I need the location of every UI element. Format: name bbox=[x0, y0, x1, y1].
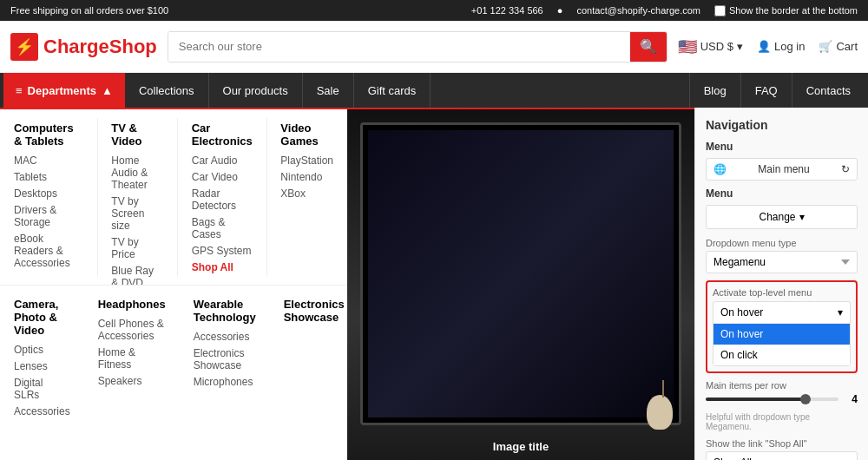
dropdown-type-select[interactable]: Megamenu bbox=[706, 251, 858, 273]
computers-section: Computers & Tablets MAC Tablets Desktops… bbox=[0, 109, 97, 285]
radar-link[interactable]: Radar Detectors bbox=[192, 187, 253, 212]
lenses-link[interactable]: Lenses bbox=[14, 360, 70, 372]
shop-all-input[interactable] bbox=[706, 451, 858, 460]
electronics-showcase-link[interactable]: Electronics Showcase bbox=[194, 347, 256, 371]
tv-screen-link[interactable]: TV by Screen size bbox=[111, 195, 163, 232]
nav-collections[interactable]: Collections bbox=[125, 73, 209, 108]
email-text: contact@shopify-charge.com bbox=[576, 5, 700, 16]
nav-right-links: Blog FAQ Contacts bbox=[689, 73, 865, 108]
chevron-down-icon: ▾ bbox=[799, 211, 805, 223]
main-menu-label: Main menu bbox=[758, 163, 809, 175]
main-layout: Computers & Tablets MAC Tablets Desktops… bbox=[0, 108, 868, 460]
accessories-link[interactable]: Accessories bbox=[14, 405, 70, 417]
currency-selector[interactable]: 🇺🇸 USD $ ▾ bbox=[678, 37, 743, 56]
car-title: Car Electronics bbox=[192, 122, 253, 148]
nav-sale[interactable]: Sale bbox=[303, 73, 354, 108]
desktops-link[interactable]: Desktops bbox=[14, 187, 83, 200]
microphones-link[interactable]: Microphones bbox=[194, 376, 256, 388]
wearable-title: Wearable Technology bbox=[194, 298, 256, 324]
flag-icon: 🇺🇸 bbox=[678, 37, 697, 56]
right-panel: Navigation Menu 🌐 Main menu ↻ Menu Chang… bbox=[694, 108, 868, 460]
nintendo-link[interactable]: Nintendo bbox=[280, 171, 333, 183]
nav-faq[interactable]: FAQ bbox=[740, 73, 792, 108]
slider-track[interactable] bbox=[706, 398, 838, 401]
dropdown-type-label: Dropdown menu type bbox=[706, 238, 858, 248]
slider-label: Main items per row bbox=[706, 380, 858, 391]
cart-button[interactable]: 🛒 Cart bbox=[819, 40, 858, 53]
optics-link[interactable]: Optics bbox=[14, 344, 70, 356]
border-checkbox-label[interactable]: Show the border at the bottom bbox=[714, 5, 858, 16]
change-button[interactable]: Change ▾ bbox=[706, 205, 858, 229]
drivers-storage-link[interactable]: Drivers & Storage bbox=[14, 204, 83, 228]
video-games-section: Video Games PlayStation Nintendo XBox bbox=[266, 109, 347, 285]
logo-icon: ⚡ bbox=[10, 33, 38, 61]
tablets-link[interactable]: Tablets bbox=[14, 171, 83, 183]
activate-selected[interactable]: On hover ▾ bbox=[713, 302, 850, 324]
shop-all-label: Show the link "Shop All" bbox=[706, 438, 858, 449]
option-on-click[interactable]: On click bbox=[713, 345, 850, 365]
camera-title: Camera, Photo & Video bbox=[14, 298, 70, 337]
option-on-hover[interactable]: On hover bbox=[713, 324, 850, 345]
nav-bar: ≡ Departments ▲ Collections Our products… bbox=[0, 73, 868, 108]
logo-shop: Shop bbox=[109, 36, 157, 57]
header: ⚡ ChargeShop 🔍 🇺🇸 USD $ ▾ 👤 Log in 🛒 Car… bbox=[0, 21, 868, 73]
bags-link[interactable]: Bags & Cases bbox=[192, 216, 253, 240]
cell-phones-link[interactable]: Cell Phones & Accessories bbox=[98, 318, 166, 342]
car-video-link[interactable]: Car Video bbox=[192, 171, 253, 183]
headphones-title: Headphones bbox=[98, 298, 166, 311]
bluray-link[interactable]: Blue Ray & DVD bbox=[111, 265, 163, 286]
wearable-section: Wearable Technology Accessories Electron… bbox=[180, 286, 270, 461]
login-button[interactable]: 👤 Log in bbox=[757, 40, 805, 53]
car-audio-link[interactable]: Car Audio bbox=[192, 154, 253, 167]
activate-section: Activate top-level menu On hover ▾ On ho… bbox=[706, 280, 858, 373]
nav-links: Collections Our products Sale Gift cards bbox=[125, 73, 431, 108]
car-electronics-section: Car Electronics Car Audio Car Video Rada… bbox=[178, 109, 266, 285]
wearable-accessories-link[interactable]: Accessories bbox=[194, 331, 256, 343]
tv-price-link[interactable]: TV by Price bbox=[111, 236, 163, 260]
camera-section: Camera, Photo & Video Optics Lenses Digi… bbox=[0, 286, 84, 461]
headphones-section: Headphones Cell Phones & Accessories Hom… bbox=[84, 286, 180, 461]
top-bar: Free shipping on all orders over $100 +0… bbox=[0, 0, 868, 21]
chevron-up-icon: ▲ bbox=[102, 84, 113, 97]
nav-contacts[interactable]: Contacts bbox=[792, 73, 865, 108]
activate-dropdown[interactable]: On hover ▾ On hover On click bbox=[713, 301, 851, 366]
slider-thumb[interactable] bbox=[800, 394, 811, 404]
cart-icon: 🛒 bbox=[819, 40, 832, 53]
navigation-title: Navigation bbox=[706, 118, 858, 132]
mega-menu: Computers & Tablets MAC Tablets Desktops… bbox=[0, 108, 694, 460]
ebook-link[interactable]: eBook Readers & Accessories bbox=[14, 233, 83, 269]
slider-fill bbox=[706, 398, 806, 401]
border-checkbox[interactable] bbox=[714, 5, 726, 16]
shipping-text: Free shipping on all orders over $100 bbox=[10, 5, 168, 16]
xbox-link[interactable]: XBox bbox=[280, 187, 333, 200]
tv-title: TV & Video bbox=[111, 122, 163, 148]
video-games-title: Video Games bbox=[280, 122, 333, 148]
nav-blog[interactable]: Blog bbox=[689, 73, 740, 108]
mac-link[interactable]: MAC bbox=[14, 154, 83, 167]
computers-title: Computers & Tablets bbox=[14, 122, 83, 148]
nav-gift-cards[interactable]: Gift cards bbox=[354, 73, 431, 108]
globe-icon: 🌐 bbox=[713, 163, 727, 175]
speakers-link[interactable]: Speakers bbox=[98, 375, 166, 387]
tv-video-section: TV & Video Home Audio & Theater TV by Sc… bbox=[97, 109, 177, 285]
header-right: 🇺🇸 USD $ ▾ 👤 Log in 🛒 Cart bbox=[678, 37, 858, 56]
search-bar: 🔍 bbox=[168, 31, 667, 62]
home-fitness-link[interactable]: Home & Fitness bbox=[98, 346, 166, 371]
search-input[interactable] bbox=[168, 32, 630, 62]
search-button[interactable]: 🔍 bbox=[630, 32, 667, 62]
menu-icon: ≡ bbox=[16, 84, 23, 97]
gps-link[interactable]: GPS System bbox=[192, 245, 253, 257]
logo-charge: Charge bbox=[43, 36, 109, 57]
slider-value: 4 bbox=[845, 393, 858, 405]
shop-all-link[interactable]: Shop All bbox=[192, 261, 253, 273]
logo[interactable]: ⚡ ChargeShop bbox=[10, 33, 157, 61]
playstation-link[interactable]: PlayStation bbox=[280, 154, 333, 167]
slider-section: 4 bbox=[706, 393, 858, 405]
menu-section-label: Menu bbox=[706, 141, 858, 153]
dslr-link[interactable]: Digital SLRs bbox=[14, 377, 70, 401]
home-audio-link[interactable]: Home Audio & Theater bbox=[111, 154, 163, 191]
refresh-icon[interactable]: ↻ bbox=[841, 163, 850, 175]
departments-button[interactable]: ≡ Departments ▲ bbox=[3, 73, 125, 108]
activate-label: Activate top-level menu bbox=[713, 287, 851, 298]
nav-our-products[interactable]: Our products bbox=[209, 73, 303, 108]
